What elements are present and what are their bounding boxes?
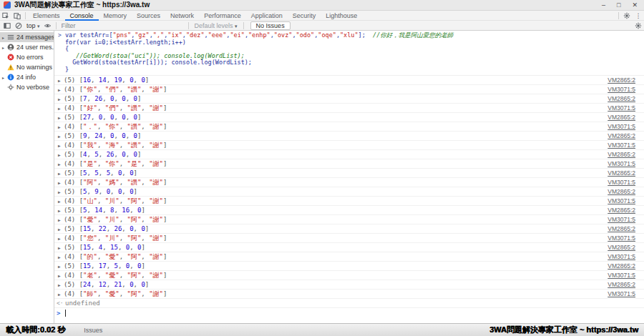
console-message-row[interactable]: ▶(5) [15, 4, 15, 0, 0]VM2865:2 — [54, 243, 644, 252]
inspect-element-icon[interactable] — [0, 11, 11, 21]
tab-memory[interactable]: Memory — [99, 11, 132, 21]
expand-icon[interactable]: ▶ — [58, 199, 64, 204]
source-link[interactable]: VM3071:5 — [608, 160, 635, 167]
source-link[interactable]: VM3071:5 — [608, 197, 635, 204]
sidebar-item-info[interactable]: ▸24 info — [0, 72, 54, 82]
source-link[interactable]: VM2865:2 — [608, 188, 635, 195]
source-link[interactable]: VM3071:5 — [608, 234, 635, 242]
expand-icon[interactable]: ▶ — [58, 273, 64, 278]
close-button[interactable]: ✕ — [632, 1, 638, 9]
default-levels-dropdown[interactable]: Default levels ▾ — [191, 22, 241, 29]
console-sidebar-toggle-icon[interactable] — [1, 21, 13, 31]
console-prompt[interactable]: > — [54, 308, 644, 317]
minimize-button[interactable]: – — [602, 1, 605, 9]
console-message-row[interactable]: ▶(4) ["你", "們", "讚", "謝"]VM3071:5 — [54, 85, 644, 94]
source-link[interactable]: VM3071:5 — [608, 142, 635, 149]
tab-sources[interactable]: Sources — [132, 11, 165, 21]
console-message-row[interactable]: ▶(5) [15, 22, 26, 0, 0]VM2865:2 — [54, 224, 644, 234]
console-message-row[interactable]: ▶(5) [5, 14, 8, 16, 0]VM2865:2 — [54, 206, 644, 215]
tab-performance[interactable]: Performance — [199, 11, 246, 21]
expand-icon[interactable]: ▸ — [2, 75, 7, 80]
source-link[interactable]: VM2865:2 — [608, 244, 635, 251]
console-message-row[interactable]: ▶(4) ["愛", "川", "阿", "謝"]VM3071:5 — [54, 215, 644, 224]
console-message-row[interactable]: ▶(5) [24, 12, 21, 0, 0]VM2865:2 — [54, 280, 644, 290]
source-link[interactable]: VM2865:2 — [608, 262, 635, 270]
console-settings-gear-icon[interactable] — [633, 21, 644, 31]
expand-icon[interactable]: ▶ — [58, 97, 64, 102]
maximize-button[interactable]: □ — [617, 1, 620, 9]
expand-icon[interactable]: ▶ — [58, 124, 64, 129]
source-link[interactable]: VM3071:5 — [608, 216, 635, 223]
tab-lighthouse[interactable]: Lighthouse — [321, 11, 362, 21]
console-message-row[interactable]: ▶(5) [5, 9, 0, 0, 0]VM2865:2 — [54, 187, 644, 197]
filter-input[interactable] — [59, 22, 186, 29]
expand-icon[interactable]: ▶ — [58, 134, 64, 139]
console-message-row[interactable]: ▶(5) [15, 17, 5, 0, 0]VM2865:2 — [54, 262, 644, 271]
tab-network[interactable]: Network — [165, 11, 199, 21]
console-message-row[interactable]: ▶(4) ["您", "川", "阿", "謝"]VM3071:5 — [54, 234, 644, 243]
console-message-row[interactable]: ▶(5) [4, 5, 26, 0, 0]VM2865:2 — [54, 150, 644, 159]
expand-icon[interactable]: ▶ — [58, 208, 64, 213]
console-message-row[interactable]: ▶(4) ["老", "愛", "阿", "謝"]VM3071:5 — [54, 271, 644, 280]
tab-console[interactable]: Console — [65, 11, 99, 21]
no-issues-button[interactable]: No Issues — [250, 21, 291, 30]
live-expression-eye-icon[interactable] — [42, 21, 54, 31]
sidebar-item-warnings[interactable]: No warnings — [0, 62, 54, 72]
expand-icon[interactable]: ▶ — [58, 282, 64, 287]
source-link[interactable]: VM3071:5 — [608, 104, 635, 112]
expand-icon[interactable]: ▶ — [58, 152, 64, 157]
console-message-row[interactable]: ▶(5) [27, 0, 0, 0, 0]VM2865:2 — [54, 113, 644, 122]
expand-icon[interactable]: ▶ — [58, 189, 64, 194]
settings-gear-icon[interactable] — [621, 11, 633, 21]
tab-application[interactable]: Application — [246, 11, 288, 21]
console-message-row[interactable]: ▶(4) ["阿", "媽", "讚", "謝"]VM3071:5 — [54, 178, 644, 187]
expand-icon[interactable]: ▸ — [2, 35, 7, 40]
frame-context-selector[interactable]: top ▾ — [24, 22, 42, 29]
source-link[interactable]: VM2865:2 — [608, 207, 635, 214]
expand-icon[interactable]: ▶ — [58, 78, 64, 83]
source-link[interactable]: VM3071:5 — [608, 123, 635, 130]
sidebar-item-errors[interactable]: No errors — [0, 52, 54, 62]
expand-icon[interactable]: ▶ — [58, 106, 64, 111]
clear-console-icon[interactable] — [13, 21, 24, 31]
console-message-row[interactable]: ▶(4) ["的", "愛", "阿", "謝"]VM3071:5 — [54, 252, 644, 262]
expand-icon[interactable]: ▶ — [58, 217, 64, 222]
source-link[interactable]: VM2865:2 — [608, 95, 635, 102]
source-link[interactable]: VM2865:2 — [608, 225, 635, 232]
source-link[interactable]: VM2865:2 — [608, 114, 635, 121]
console-message-row[interactable]: ▶(5) [16, 14, 19, 0, 0]VM2865:2 — [54, 76, 644, 85]
expand-icon[interactable]: ▶ — [58, 292, 64, 297]
kebab-menu-icon[interactable]: ⋮ — [633, 11, 644, 21]
console-message-row[interactable]: ▶(4) ["，", "你", "讚", "謝"]VM3071:5 — [54, 122, 644, 132]
console-message-row[interactable]: ▶(5) [7, 26, 0, 0, 0]VM2865:2 — [54, 94, 644, 104]
console-message-row[interactable]: ▶(4) ["山", "川", "阿", "謝"]VM3071:5 — [54, 197, 644, 206]
source-link[interactable]: VM3071:5 — [608, 86, 635, 93]
source-link[interactable]: VM2865:2 — [608, 132, 635, 139]
tab-security[interactable]: Security — [288, 11, 321, 21]
expand-icon[interactable]: ▶ — [58, 227, 64, 232]
sidebar-item-user-messages[interactable]: ▸24 user mes... — [0, 42, 54, 52]
tab-elements[interactable]: Elements — [28, 11, 65, 21]
source-link[interactable]: VM2865:2 — [608, 76, 635, 84]
expand-icon[interactable]: ▶ — [58, 180, 64, 185]
source-link[interactable]: VM3071:5 — [608, 290, 635, 297]
source-link[interactable]: VM3071:5 — [608, 253, 635, 260]
expand-icon[interactable]: ▶ — [58, 171, 64, 176]
expand-icon[interactable]: ▶ — [58, 236, 64, 241]
sidebar-item-messages[interactable]: ▸24 messages — [0, 32, 54, 42]
expand-icon[interactable]: ▶ — [58, 245, 64, 250]
expand-icon[interactable]: ▶ — [58, 255, 64, 260]
source-link[interactable]: VM2865:2 — [608, 151, 635, 158]
console-message-row[interactable]: ▶(5) [5, 5, 5, 0, 0]VM2865:2 — [54, 169, 644, 178]
source-link[interactable]: VM2865:2 — [608, 281, 635, 288]
issues-tab[interactable]: Issues — [84, 327, 102, 334]
expand-icon[interactable]: ▶ — [58, 264, 64, 269]
source-link[interactable]: VM3071:5 — [608, 272, 635, 279]
expand-icon[interactable]: ▶ — [58, 115, 64, 120]
source-link[interactable]: VM2865:2 — [608, 169, 635, 177]
expand-icon[interactable]: ▶ — [58, 87, 64, 92]
console-message-row[interactable]: ▶(4) ["師", "愛", "阿", "謝"]VM3071:5 — [54, 290, 644, 299]
expand-icon[interactable]: ▶ — [58, 143, 64, 148]
expand-icon[interactable]: ▶ — [58, 162, 64, 167]
console-message-row[interactable]: ▶(4) ["好", "們", "讚", "謝"]VM3071:5 — [54, 104, 644, 113]
